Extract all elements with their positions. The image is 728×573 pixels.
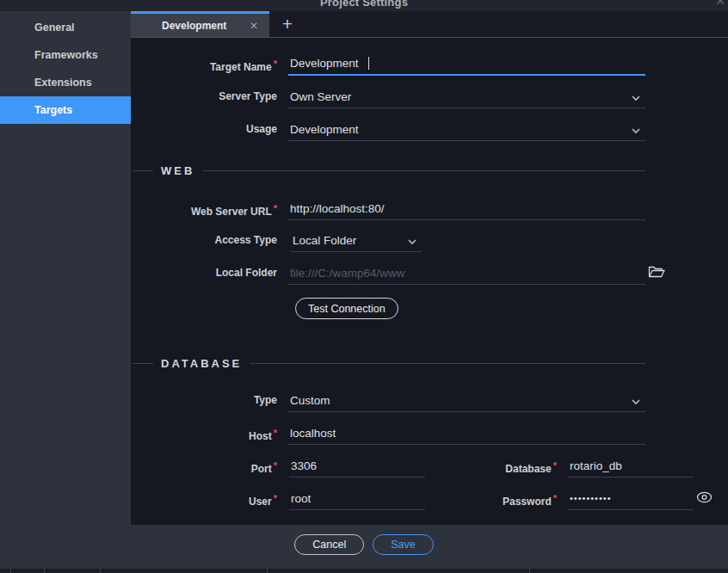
grid-divider (10, 569, 11, 573)
sidebar-item-extensions[interactable]: Extensions (0, 69, 131, 96)
save-button[interactable]: Save (373, 534, 434, 555)
required-marker: * (274, 460, 277, 471)
usage-row: Usage Development (131, 119, 728, 141)
db-user-password-row: User* root Password* •••••••••• (131, 488, 728, 510)
usage-select[interactable]: Development (288, 119, 645, 141)
required-marker: * (274, 428, 277, 438)
chevron-down-icon (631, 127, 641, 134)
database-section-title: DATABASE (161, 357, 242, 370)
db-user-input[interactable]: root (289, 488, 425, 510)
access-type-select[interactable]: Local Folder (291, 230, 422, 252)
background-app-strip (0, 569, 728, 573)
db-password-label: Password* (425, 488, 557, 510)
text-cursor (368, 57, 369, 70)
local-folder-row: Local Folder file:///C:/wamp64/www (131, 262, 728, 285)
server-type-select[interactable]: Own Server (288, 86, 645, 108)
sidebar-item-frameworks[interactable]: Frameworks (0, 41, 131, 69)
settings-sidebar: General Frameworks Extensions Targets (0, 11, 131, 525)
dialog-close-icon[interactable]: ✕ (715, 0, 725, 8)
sidebar-item-label: Extensions (34, 77, 92, 89)
add-target-button[interactable]: + (269, 11, 305, 37)
db-port-input[interactable]: 3306 (289, 455, 425, 478)
chevron-down-icon (407, 238, 417, 245)
required-marker: * (274, 203, 277, 213)
web-server-url-row: Web Server URL* http://localhost:80/ (131, 198, 728, 220)
project-settings-dialog: Project Settings ✕ General Frameworks Ex… (0, 0, 728, 573)
targets-tabbar: Development ✕ + (131, 11, 728, 38)
local-folder-label: Local Folder (131, 262, 277, 285)
test-connection-button[interactable]: Test Connection (295, 298, 398, 319)
db-host-input[interactable]: localhost (288, 422, 645, 445)
target-name-row: Target Name* Development (131, 53, 728, 76)
db-database-input[interactable]: rotario_db (568, 455, 694, 478)
dialog-title: Project Settings (0, 0, 728, 9)
sidebar-item-general[interactable]: General (0, 14, 131, 41)
required-marker: * (553, 493, 557, 503)
tab-close-icon[interactable]: ✕ (250, 20, 258, 32)
access-type-label: Access Type (131, 230, 277, 252)
db-port-label: Port* (131, 455, 277, 478)
server-type-label: Server Type (131, 86, 277, 108)
local-folder-input[interactable]: file:///C:/wamp64/www (288, 262, 645, 285)
section-divider (133, 170, 153, 171)
required-marker: * (274, 493, 277, 503)
web-server-url-input[interactable]: http://localhost:80/ (288, 198, 645, 220)
grid-divider (529, 569, 530, 573)
target-name-input[interactable]: Development (288, 53, 645, 76)
cancel-button[interactable]: Cancel (294, 534, 364, 555)
db-type-row: Type Custom (131, 390, 728, 412)
db-port-database-row: Port* 3306 Database* rotario_db (131, 455, 728, 478)
web-section-header: WEB (133, 163, 645, 178)
sidebar-item-targets[interactable]: Targets (0, 96, 131, 124)
tab-label: Development (162, 20, 226, 32)
target-name-label: Target Name* (131, 53, 277, 76)
db-user-label: User* (131, 488, 277, 510)
dialog-titlebar: Project Settings ✕ (0, 0, 728, 11)
required-marker: * (553, 460, 557, 471)
db-host-row: Host* localhost (131, 422, 728, 445)
sidebar-item-label: General (34, 22, 75, 34)
db-password-input[interactable]: •••••••••• (568, 488, 694, 510)
database-section-header: DATABASE (133, 355, 645, 371)
sidebar-item-label: Frameworks (34, 49, 98, 61)
server-type-row: Server Type Own Server (131, 86, 728, 108)
required-marker: * (274, 59, 277, 69)
target-form-panel: Target Name* Development Server Type Own… (131, 38, 728, 525)
db-database-label: Database* (425, 455, 557, 478)
db-type-label: Type (131, 390, 277, 412)
db-type-select[interactable]: Custom (288, 390, 645, 412)
db-host-label: Host* (131, 422, 277, 445)
dialog-footer: Cancel Save (0, 525, 728, 569)
grid-divider (44, 569, 45, 573)
chevron-down-icon (631, 95, 641, 102)
chevron-down-icon (631, 398, 641, 405)
section-divider (133, 363, 153, 364)
tab-development[interactable]: Development ✕ (131, 11, 269, 37)
section-divider (202, 170, 645, 171)
usage-label: Usage (131, 119, 277, 141)
sidebar-item-label: Targets (34, 104, 72, 116)
web-server-url-label: Web Server URL* (131, 198, 277, 220)
grid-divider (267, 569, 268, 573)
grid-divider (100, 569, 101, 573)
section-divider (250, 363, 645, 364)
folder-open-icon[interactable] (648, 265, 665, 279)
web-section-title: WEB (161, 164, 194, 177)
eye-icon[interactable] (696, 491, 713, 503)
access-type-row: Access Type Local Folder (131, 230, 728, 252)
